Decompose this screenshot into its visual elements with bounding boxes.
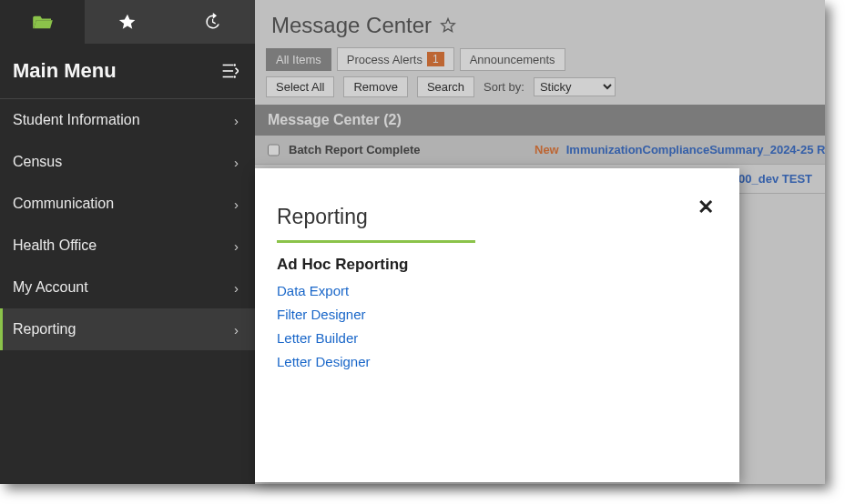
sort-label: Sort by: (484, 80, 524, 94)
message-row[interactable]: Batch Report Complete New ImmunizationCo… (255, 136, 825, 165)
sidebar-title: Main Menu (13, 59, 220, 83)
sidebar-item-student-information[interactable]: Student Information › (0, 99, 255, 141)
sidebar-header: Main Menu (0, 44, 255, 99)
favorites-tab[interactable] (85, 0, 169, 44)
row-title: Batch Report Complete (289, 143, 534, 156)
sidebar-item-health-office[interactable]: Health Office › (0, 225, 255, 267)
chevron-right-icon: › (234, 238, 239, 254)
alert-count-badge: 1 (427, 52, 444, 66)
chevron-right-icon: › (234, 155, 239, 170)
chevron-right-icon: › (234, 280, 239, 296)
svg-point-1 (234, 76, 236, 77)
folder-tab[interactable] (0, 0, 85, 44)
link-data-export[interactable]: Data Export (277, 283, 716, 298)
reporting-popover: ✕ Reporting Ad Hoc Reporting Data Export… (255, 168, 739, 482)
select-all-button[interactable]: Select All (266, 76, 334, 97)
actions-row: Select All Remove Search Sort by: Sticky (255, 76, 825, 105)
new-tag: New (534, 143, 559, 156)
sidebar: Main Menu Student Information › Census ›… (0, 0, 255, 484)
title-row: Message Center (255, 0, 825, 47)
tab-all-items[interactable]: All Items (266, 48, 331, 71)
search-button[interactable]: Search (417, 76, 474, 97)
chevron-right-icon: › (234, 113, 239, 128)
folder-open-icon (33, 14, 53, 30)
sidebar-item-communication[interactable]: Communication › (0, 183, 255, 225)
sidebar-item-reporting[interactable]: Reporting › (0, 308, 255, 350)
chevron-right-icon: › (234, 197, 239, 212)
page-title: Message Center (271, 13, 432, 38)
remove-button[interactable]: Remove (343, 76, 407, 97)
star-icon (118, 13, 137, 31)
close-icon[interactable]: ✕ (697, 196, 714, 219)
tree-collapse-icon[interactable] (220, 63, 239, 79)
panel-heading: Message Center (2) (255, 105, 825, 136)
sidebar-item-census[interactable]: Census › (0, 141, 255, 183)
star-outline-icon[interactable] (439, 16, 457, 35)
history-icon (203, 13, 221, 31)
link-letter-builder[interactable]: Letter Builder (277, 330, 716, 346)
popover-section-heading: Ad Hoc Reporting (277, 256, 716, 274)
tab-label: Process Alerts (347, 53, 422, 66)
row-checkbox[interactable] (268, 144, 280, 156)
tab-process-alerts[interactable]: Process Alerts 1 (337, 47, 454, 71)
link-letter-designer[interactable]: Letter Designer (277, 354, 716, 369)
sidebar-item-label: Health Office (13, 237, 234, 254)
sidebar-item-label: Communication (13, 196, 234, 212)
chevron-right-icon: › (234, 322, 239, 338)
sidebar-item-label: Student Information (13, 112, 234, 128)
svg-point-0 (234, 64, 236, 66)
sidebar-tabs (0, 0, 255, 44)
history-tab[interactable] (170, 0, 255, 44)
link-filter-designer[interactable]: Filter Designer (277, 307, 716, 322)
tab-announcements[interactable]: Announcements (460, 48, 565, 71)
tab-label: Announcements (470, 53, 555, 66)
sidebar-item-label: My Account (13, 279, 234, 296)
sidebar-item-label: Reporting (13, 321, 234, 338)
sidebar-item-label: Census (13, 154, 234, 170)
tabs-row: All Items Process Alerts 1 Announcements (255, 47, 825, 76)
tab-label: All Items (276, 53, 321, 66)
sort-select[interactable]: Sticky (534, 77, 616, 96)
popover-title: Reporting (277, 205, 475, 243)
row-link[interactable]: ImmunizationComplianceSummary_2024-25 Ro… (566, 143, 825, 156)
sidebar-item-my-account[interactable]: My Account › (0, 267, 255, 308)
